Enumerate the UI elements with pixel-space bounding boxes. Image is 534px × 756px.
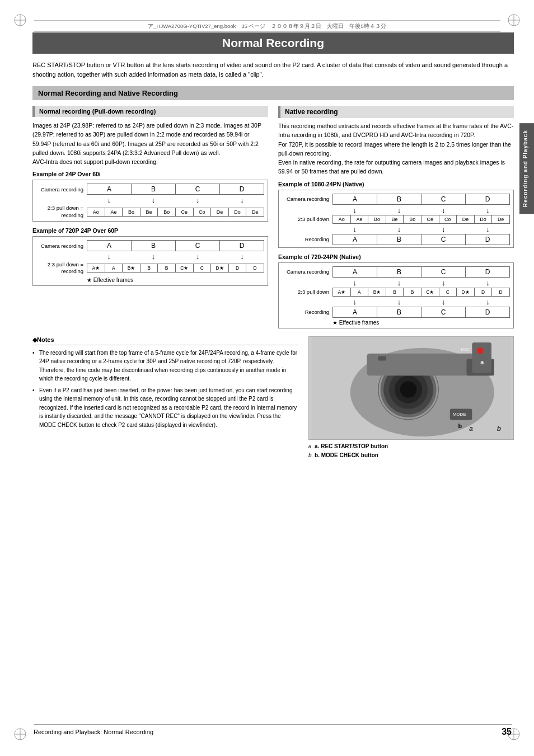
diagram1-cam-cell-d: D: [220, 184, 264, 194]
intro-text: REC START/STOP button or VTR button at t…: [32, 60, 514, 79]
note-item-1: • The recording will start from the top …: [32, 349, 298, 383]
example1-label-right: Example of 1080-24PN (Native): [278, 181, 514, 187]
diagram1-pull-label: 2:3 pull down =recording: [36, 205, 87, 219]
diagram1-cam-cell-a: A: [87, 184, 132, 194]
diagram1-cam-cells: A B C D: [87, 184, 264, 195]
page-footer: Recording and Playback: Normal Recording…: [34, 724, 512, 737]
diagram1-cam-cell-b: B: [132, 184, 176, 194]
left-subsection-header: Normal recording (Pull-down recording): [32, 106, 268, 117]
svg-text:a: a: [469, 425, 473, 433]
effective-frames-note-left: ★ Effective frames: [87, 277, 264, 283]
main-content: Normal Recording REC START/STOP button o…: [32, 32, 514, 728]
right-body-text: This recording method extracts and recor…: [278, 121, 514, 176]
diagram2-pull-label: 2:3 pull down =recording: [36, 261, 87, 275]
camera-illustration: a b MODE REC a b: [308, 336, 514, 440]
page-title: Normal Recording: [32, 32, 514, 54]
page-number: 35: [502, 727, 512, 737]
svg-text:a: a: [480, 359, 484, 365]
svg-rect-22: [472, 342, 491, 373]
side-tab: Recording and Playback: [519, 123, 534, 214]
diagram-1-right: Camera recording A B C D ↓ ↓ ↓ ↓: [278, 190, 514, 248]
svg-text:MODE: MODE: [453, 412, 466, 417]
caption-a: a. a. REC START/STOP button: [308, 442, 514, 451]
notes-header: ◆Notes: [32, 336, 298, 345]
diagram2-cam-label: Camera recording: [36, 243, 87, 249]
footer-text: Recording and Playback: Normal Recording: [34, 729, 153, 735]
diagram2-pull-row: 2:3 pull down =recording A★ A B★ B B C★ …: [36, 261, 264, 275]
right-column: Native recording This recording method e…: [278, 106, 514, 332]
diagram1-cam-cell-c: C: [176, 184, 220, 194]
diagram1-cam-row: Camera recording A B C D: [36, 184, 264, 195]
header-bar: ア_HJWA2700G-YQTIV27_eng.book 35 ページ ２００８…: [34, 20, 500, 32]
example1-label-left: Example of 24P Over 60i: [32, 171, 268, 177]
notes-list: • The recording will start from the top …: [32, 349, 298, 430]
example2-label-right: Example of 720-24PN (Native): [278, 253, 514, 260]
corner-mark-tl: [12, 12, 28, 30]
corner-mark-tr: [506, 12, 522, 30]
caption-b: b. b. MODE CHECK button: [308, 451, 514, 460]
svg-text:b: b: [458, 422, 462, 429]
note-item-2: • Even if a P2 card has just been insert…: [32, 386, 298, 430]
diagram-2-left: Camera recording A B C D ↓ ↓ ↓ ↓: [32, 236, 268, 286]
diagram-1-left: Camera recording A B C D ↓ ↓ ↓ ↓: [32, 180, 268, 222]
camera-image-column: a b MODE REC a b a. a. REC START/STOP bu…: [308, 336, 514, 460]
left-column: Normal recording (Pull-down recording) I…: [32, 106, 268, 332]
example2-label-left: Example of 720P 24P Over 60P: [32, 227, 268, 234]
side-tab-label: Recording and Playback: [522, 130, 528, 207]
svg-point-29: [477, 348, 483, 353]
bottom-area: ◆Notes • The recording will start from t…: [32, 336, 514, 460]
effective-frames-note-right: ★ Effective frames: [332, 320, 510, 326]
diagram1-pull-cells: Ao Ae Bo Be Bo Ce Co De Do De: [87, 208, 264, 217]
svg-text:b: b: [497, 425, 501, 433]
section-header: Normal Recording and Native Recording: [32, 86, 514, 100]
diagram1-cam-label: Camera recording: [36, 186, 87, 192]
two-col-layout: Normal recording (Pull-down recording) I…: [32, 106, 514, 332]
diagram1-pull-row: 2:3 pull down =recording Ao Ae Bo Be Bo …: [36, 205, 264, 219]
left-body-text: Images at 24P (23.98P: referred to as 24…: [32, 121, 268, 166]
right-subsection-header: Native recording: [278, 106, 514, 118]
diagram2-cam-row: Camera recording A B C D: [36, 240, 264, 251]
corner-mark-bl: [12, 726, 28, 744]
svg-text:REC: REC: [461, 346, 471, 351]
diagram-2-right: Camera recording A B C D ↓ ↓ ↓ ↓: [278, 262, 514, 328]
page-title-text: Normal Recording: [222, 36, 324, 49]
notes-column: ◆Notes • The recording will start from t…: [32, 336, 298, 460]
svg-point-18: [400, 381, 417, 398]
section-title-text: Normal Recording and Native Recording: [38, 89, 178, 97]
camera-captions: a. a. REC START/STOP button b. b. MODE C…: [308, 442, 514, 460]
svg-rect-24: [378, 356, 386, 360]
diagram1-arrow-row: ↓ ↓ ↓ ↓: [87, 196, 264, 204]
header-file-info: ア_HJWA2700G-YQTIV27_eng.book 35 ページ ２００８…: [148, 23, 386, 29]
